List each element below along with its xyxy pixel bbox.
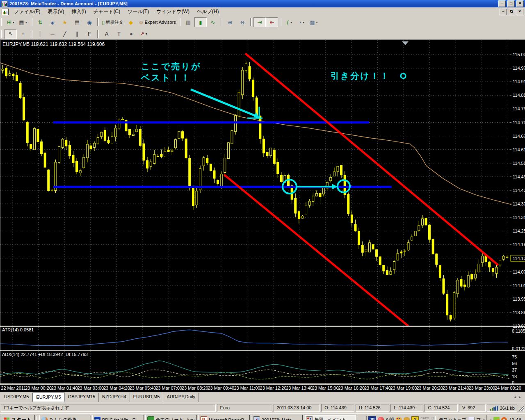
- desktop-toolbar-label[interactable]: デスクトップ: [439, 417, 467, 420]
- text-button[interactable]: A: [100, 29, 113, 39]
- auto-scroll-button[interactable]: ⇥: [253, 17, 266, 27]
- text-label-button[interactable]: T: [113, 29, 125, 39]
- menu-item-4[interactable]: ツール(T): [124, 7, 153, 16]
- status-open: O: 114.439: [321, 404, 354, 412]
- close-button[interactable]: ×: [516, 0, 524, 7]
- terminal-button[interactable]: ▤: [71, 17, 83, 27]
- channel-button[interactable]: ∥: [71, 29, 83, 39]
- tab-usdjpy-m5[interactable]: USDJPY,M5: [1, 393, 32, 402]
- menu-item-5[interactable]: ウィンドウ(W): [153, 7, 193, 16]
- task-powerpoint[interactable]: PMicrosoft PowerP...: [198, 415, 250, 420]
- ime-jp-icon[interactable]: JP: [368, 416, 376, 420]
- market-watch-button[interactable]: ⇅: [34, 17, 46, 27]
- metaeditor-button[interactable]: ◆: [125, 17, 137, 27]
- ime-status-icon[interactable]: [378, 417, 384, 420]
- langbar-options-icons[interactable]: ❏▾: [431, 417, 434, 420]
- notepad-icon[interactable]: [468, 417, 475, 420]
- expert-advisors-button[interactable]: ☺Expert Advisors: [137, 17, 177, 27]
- svg-text:56: 56: [512, 361, 517, 366]
- task-notes[interactable]: 全てのノート - ken...: [145, 415, 197, 420]
- dropdown-arrow-icon[interactable]: ▾: [25, 21, 27, 24]
- task-firefox[interactable]: みんなの外為 - ...: [39, 415, 91, 420]
- tray-collapse-chevron[interactable]: «: [489, 418, 492, 420]
- trendline-button[interactable]: ╱: [59, 29, 71, 39]
- tab-scroll-arrows[interactable]: ◂ ▸: [514, 393, 524, 402]
- minimize-button[interactable]: –: [498, 0, 506, 7]
- menu-item-3[interactable]: チャート(C): [90, 7, 124, 16]
- candlestick-button[interactable]: ▮: [194, 17, 207, 27]
- new-chart-button[interactable]: ⊞▾: [5, 17, 17, 27]
- task-pdic[interactable]: PDICPDIC for Win - Ei...: [92, 415, 144, 420]
- cursor-button[interactable]: ↖: [5, 29, 17, 39]
- new-order-icon: ▯: [102, 19, 105, 25]
- ime-help-icon[interactable]: ?: [411, 416, 419, 420]
- zoom-in-button[interactable]: ⊕: [224, 17, 236, 27]
- bar-chart-button[interactable]: ▥: [182, 17, 194, 27]
- windows-logo-icon: [4, 418, 10, 420]
- arrows-button[interactable]: ↗▾: [137, 29, 150, 39]
- chart-area[interactable]: ここで売りがベスト！！引き分け！！ OEURJPY,M5 119.621 119…: [0, 40, 525, 392]
- child-minimize-button[interactable]: –: [500, 9, 507, 15]
- crosshair-button[interactable]: +: [17, 29, 29, 39]
- market-watch-icon: ⇅: [38, 19, 43, 25]
- tab-audjpy-daily[interactable]: AUDJPY,Daily: [163, 393, 199, 402]
- taskbar-clock[interactable]: 11:48: [509, 417, 521, 420]
- periods-button[interactable]: ◔▾: [295, 17, 308, 27]
- dropdown-arrow-icon[interactable]: ▾: [290, 21, 292, 24]
- metatrader-icon: [253, 416, 260, 420]
- fibonacci-button[interactable]: F: [83, 29, 96, 39]
- menu-item-1[interactable]: 表示(V): [44, 7, 68, 16]
- chart-tab-bar: USDJPY,M5EURJPY,M5GBPJPY,M15NZDJPY,H4EUR…: [0, 392, 525, 402]
- evernote-icon: [147, 416, 154, 420]
- menu-item-2[interactable]: 挿入(I): [68, 7, 89, 16]
- dropdown-arrow-icon[interactable]: ▾: [146, 32, 147, 36]
- caps-kana-indicator[interactable]: CAPS KANA: [420, 417, 429, 420]
- toolbar-grip[interactable]: [1, 30, 3, 38]
- templates-button[interactable]: ▧▾: [308, 17, 320, 27]
- data-window-button[interactable]: ◈: [46, 17, 59, 27]
- ime-tools-icon[interactable]: [396, 417, 402, 420]
- tab-nzdjpy-h4[interactable]: NZDJPY,H4: [99, 393, 130, 402]
- channel-icon: ∥: [76, 31, 79, 37]
- tab-gbpjpy-m15[interactable]: GBPJPY,M15: [65, 393, 99, 402]
- shapes-button[interactable]: ●: [125, 29, 137, 39]
- tray-update-icon[interactable]: 1: [493, 417, 500, 420]
- strategy-tester-button[interactable]: ◉: [83, 17, 96, 27]
- indicators-button[interactable]: ƒ▾: [283, 17, 295, 27]
- dropdown-arrow-icon[interactable]: ▾: [13, 21, 14, 24]
- chart-shift-button[interactable]: ⇤: [266, 17, 278, 27]
- new-order-button[interactable]: ▯新規注文: [100, 17, 125, 27]
- line-chart-icon: ∿: [210, 19, 215, 25]
- tab-eurjpy-m5[interactable]: EURJPY,M5: [32, 393, 64, 402]
- task-metatrader[interactable]: 2001578: Meta...: [251, 415, 303, 420]
- task-label: 2001578: Meta...: [262, 418, 296, 420]
- navigator-button[interactable]: ★: [59, 17, 71, 27]
- dropdown-arrow-icon[interactable]: ▾: [316, 21, 318, 24]
- resize-grip[interactable]: [518, 405, 524, 411]
- vertical-line-button[interactable]: │: [34, 29, 46, 39]
- line-chart-button[interactable]: ∿: [207, 17, 219, 27]
- desktop-item-label[interactable]: マ: [476, 417, 481, 420]
- maximize-button[interactable]: □: [507, 0, 515, 7]
- zoom-out-button[interactable]: ⊖: [236, 17, 249, 27]
- ime-input-mode[interactable]: A般: [386, 416, 395, 420]
- child-restore-button[interactable]: ⧉: [508, 9, 515, 15]
- menu-item-6[interactable]: ヘルプ(H): [193, 7, 223, 16]
- tray-app-icon[interactable]: [501, 417, 507, 420]
- horizontal-line-button[interactable]: ─: [46, 29, 59, 39]
- tab-eurusd-m5[interactable]: EURUSD,M5: [130, 393, 164, 402]
- menu-item-0[interactable]: ファイル(F): [10, 7, 44, 16]
- chart-window-icon[interactable]: [2, 9, 9, 15]
- dropdown-arrow-icon[interactable]: ▾: [303, 21, 304, 24]
- child-close-button[interactable]: ×: [516, 9, 523, 15]
- desktop-overflow-chevron[interactable]: »: [483, 418, 485, 420]
- start-button[interactable]: スタート: [1, 415, 35, 420]
- strategy-tester-icon: ◉: [87, 19, 91, 25]
- toolbar-grip[interactable]: [1, 18, 3, 26]
- profiles-button[interactable]: ▦▾: [17, 17, 29, 27]
- ime-brush-icon[interactable]: [404, 417, 410, 420]
- task-paint[interactable]: 無題 - ペイント: [304, 415, 356, 420]
- svg-text:23 Mar 12:20: 23 Mar 12:20: [260, 386, 287, 390]
- horizontal-line-icon: ─: [50, 31, 54, 37]
- price-chart[interactable]: ここで売りがベスト！！引き分け！！ OEURJPY,M5 119.621 119…: [0, 40, 525, 392]
